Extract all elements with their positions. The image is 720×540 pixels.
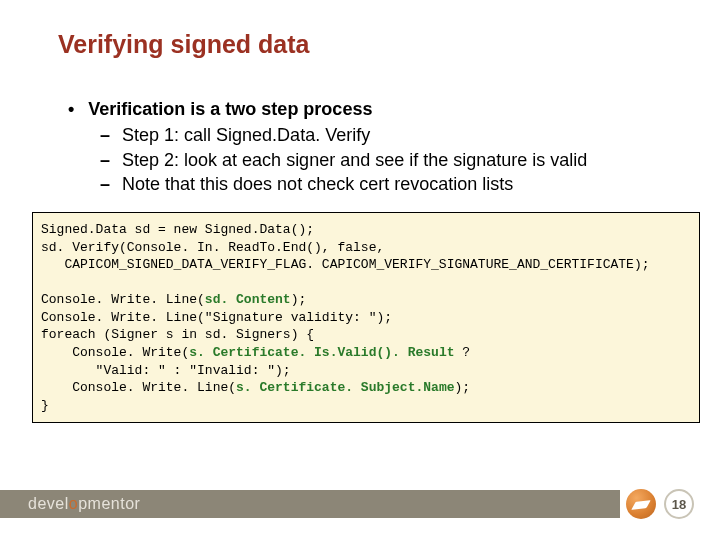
slide: Verifying signed data • Verification is …: [0, 0, 720, 540]
dash-marker: –: [100, 172, 110, 196]
brand-prefix: devel: [28, 495, 69, 513]
code-line: ?: [454, 345, 470, 360]
code-line: );: [454, 380, 470, 395]
footer: developmentor 18: [0, 488, 720, 520]
page-number: 18: [664, 489, 694, 519]
paper-plane-icon: [626, 489, 656, 519]
code-line: sd. Verify(Console. In. ReadTo.End(), fa…: [41, 240, 384, 255]
code-highlight: s. Certificate. Is.Valid(). Result: [189, 345, 454, 360]
brand-suffix: pmentor: [78, 495, 140, 513]
code-line: );: [291, 292, 307, 307]
sub-item: – Step 2: look at each signer and see if…: [100, 148, 696, 172]
bullet-text: Verification is a two step process: [88, 97, 372, 121]
sub-item: – Step 1: call Signed.Data. Verify: [100, 123, 696, 147]
code-line: Console. Write. Line("Signature validity…: [41, 310, 392, 325]
sub-text: Step 2: look at each signer and see if t…: [122, 148, 587, 172]
code-line: CAPICOM_SIGNED_DATA_VERIFY_FLAG. CAPICOM…: [41, 257, 650, 272]
code-line: Signed.Data sd = new Signed.Data();: [41, 222, 314, 237]
code-highlight: s. Certificate. Subject.Name: [236, 380, 454, 395]
code-line: Console. Write(: [41, 345, 189, 360]
dash-marker: –: [100, 148, 110, 172]
brand-bar: developmentor: [0, 490, 620, 518]
code-line: Console. Write. Line(: [41, 292, 205, 307]
brand-o: o: [69, 495, 78, 513]
code-block: Signed.Data sd = new Signed.Data(); sd. …: [32, 212, 700, 423]
dash-marker: –: [100, 123, 110, 147]
slide-title: Verifying signed data: [58, 30, 696, 59]
code-highlight: sd. Content: [205, 292, 291, 307]
bullet-heading: • Verification is a two step process: [68, 97, 696, 121]
content: • Verification is a two step process – S…: [58, 97, 696, 196]
code-line: foreach (Signer s in sd. Signers) {: [41, 327, 314, 342]
sub-text: Step 1: call Signed.Data. Verify: [122, 123, 370, 147]
code-line: "Valid: " : "Invalid: ");: [41, 363, 291, 378]
bullet-marker: •: [68, 97, 74, 121]
sub-text: Note that this does not check cert revoc…: [122, 172, 513, 196]
code-line: }: [41, 398, 49, 413]
sub-item: – Note that this does not check cert rev…: [100, 172, 696, 196]
code-line: Console. Write. Line(: [41, 380, 236, 395]
